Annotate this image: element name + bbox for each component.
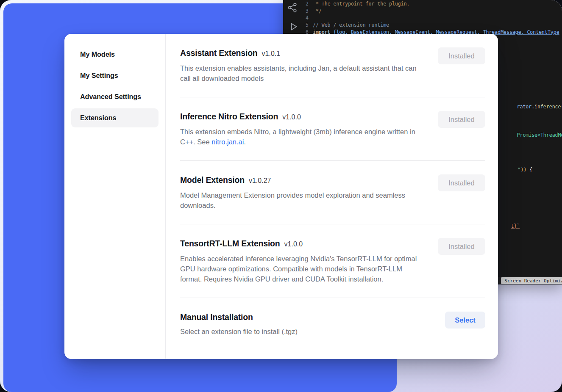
extension-title: Assistant Extension (180, 47, 258, 58)
extension-description: This extension embeds Nitro, a lightweig… (180, 127, 420, 147)
extension-info: Manual Installation Select an extension … (180, 312, 298, 337)
sidebar-item-my-settings[interactable]: My Settings (71, 66, 159, 85)
extension-version: v1.0.0 (282, 112, 301, 123)
select-button[interactable]: Select (445, 312, 485, 329)
code-token: */ (316, 8, 322, 14)
line-number: 3 (283, 8, 313, 15)
extension-title: Manual Installation (180, 312, 253, 323)
extension-row-tensorrt: TensortRT-LLM Extension v1.0.0 Enables a… (180, 224, 485, 298)
settings-sidebar: My Models My Settings Advanced Settings … (64, 34, 166, 359)
nitro-link[interactable]: nitro.jan.ai (211, 138, 244, 146)
extension-title-row: Manual Installation (180, 312, 298, 323)
code-token: ")) (518, 167, 527, 173)
extension-version: v1.0.0 (284, 239, 303, 250)
code-token: inference (534, 104, 561, 110)
extension-title-row: Model Extension v1.0.27 (180, 174, 420, 186)
extension-row-assistant: Assistant Extension v1.0.1 This extensio… (180, 34, 485, 97)
installed-button[interactable]: Installed (438, 111, 485, 128)
extension-version: v1.0.27 (249, 175, 271, 186)
code-line: 2 * The entrypoint for the plugin. (283, 0, 562, 8)
line-number: 4 (283, 14, 313, 22)
screen-reader-chip[interactable]: Screen Reader Optimize (501, 277, 562, 284)
extension-info: Assistant Extension v1.0.1 This extensio… (180, 47, 420, 83)
extension-title: TensortRT-LLM Extension (180, 238, 280, 249)
sidebar-item-extensions[interactable]: Extensions (71, 108, 159, 127)
extension-row-manual-installation: Manual Installation Select an extension … (180, 298, 485, 350)
code-lines: 2 * The entrypoint for the plugin. 3 */ … (283, 0, 562, 36)
app-frame: 2 * The entrypoint for the plugin. 3 */ … (0, 0, 562, 392)
code-line: 3 */ (283, 8, 562, 15)
code-fragment: rator.inference(data)); (499, 97, 562, 117)
code-token: rator. (517, 104, 535, 110)
description-text: . (244, 138, 246, 146)
extension-info: Model Extension v1.0.27 Model Management… (180, 174, 420, 210)
extension-row-nitro: Inference Nitro Extension v1.0.0 This ex… (180, 97, 485, 161)
extension-description: Select an extension file to install (.tg… (180, 326, 298, 337)
installed-button[interactable]: Installed (438, 238, 485, 255)
extension-info: Inference Nitro Extension v1.0.0 This ex… (180, 111, 420, 147)
extension-description: Model Management Extension provides mode… (180, 190, 420, 210)
code-token: { (526, 167, 532, 173)
code-line: 5 // Web / extension runtime (283, 22, 562, 29)
sidebar-item-my-models[interactable]: My Models (71, 45, 159, 64)
extension-title-row: TensortRT-LLM Extension v1.0.0 (180, 238, 420, 250)
extensions-list: Assistant Extension v1.0.1 This extensio… (166, 34, 498, 359)
code-fragment: ")) { (500, 160, 532, 180)
sidebar-item-advanced-settings[interactable]: Advanced Settings (71, 87, 159, 106)
extension-info: TensortRT-LLM Extension v1.0.0 Enables a… (180, 238, 420, 284)
line-number: 5 (283, 22, 313, 29)
extension-title: Inference Nitro Extension (180, 111, 278, 122)
code-line: 4 (283, 14, 562, 22)
installed-button[interactable]: Installed (438, 47, 485, 64)
extension-description: Enables accelerated inference leveraging… (180, 254, 420, 284)
code-token: Promise<ThreadMessage> (517, 132, 562, 138)
extension-description: This extension enables assistants, inclu… (180, 63, 420, 83)
code-token: * The entrypoint for the plugin. (316, 1, 410, 7)
settings-card: My Models My Settings Advanced Settings … (64, 34, 498, 359)
extension-row-model: Model Extension v1.0.27 Model Management… (180, 161, 485, 224)
code-fragment: Promise<ThreadMessage> (499, 125, 562, 145)
code-token: t}` (511, 223, 520, 229)
extension-title-row: Assistant Extension v1.0.1 (180, 47, 420, 59)
extension-title: Model Extension (180, 174, 245, 185)
installed-button[interactable]: Installed (438, 174, 485, 191)
code-token: // Web / extension runtime (313, 22, 389, 28)
extension-title-row: Inference Nitro Extension v1.0.0 (180, 111, 420, 123)
line-number: 2 (283, 0, 313, 8)
extension-version: v1.0.1 (262, 48, 281, 59)
